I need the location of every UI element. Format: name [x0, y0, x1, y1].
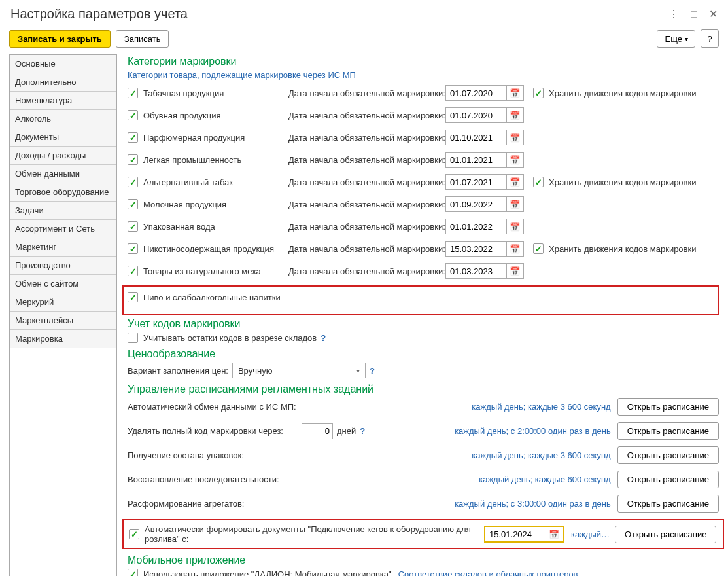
- save-button[interactable]: Записать: [116, 30, 169, 48]
- calendar-icon[interactable]: 📅: [506, 108, 522, 122]
- mobile-app-checkbox[interactable]: [128, 569, 138, 576]
- codes-warehouse-checkbox[interactable]: [128, 333, 138, 343]
- store-checkbox[interactable]: [533, 243, 544, 254]
- date-input[interactable]: [446, 108, 506, 122]
- sidebar-item[interactable]: Задачи: [10, 202, 116, 220]
- beer-checkbox[interactable]: [128, 292, 138, 302]
- date-input[interactable]: [446, 242, 506, 256]
- category-checkbox[interactable]: [128, 243, 138, 254]
- date-input-wrap[interactable]: 📅: [445, 85, 524, 101]
- date-input-wrap[interactable]: 📅: [445, 263, 524, 279]
- open-schedule-button[interactable]: Открыть расписание: [615, 526, 716, 543]
- sidebar-item[interactable]: Торговое оборудование: [10, 183, 116, 202]
- date-input[interactable]: [446, 86, 506, 100]
- store-checkbox[interactable]: [533, 88, 544, 98]
- sched-link[interactable]: каждый день; каждые 3 600 секунд: [472, 402, 610, 412]
- sidebar-item[interactable]: Обмен с сайтом: [10, 275, 116, 293]
- calendar-icon[interactable]: 📅: [506, 219, 522, 234]
- help-icon[interactable]: ?: [360, 426, 365, 436]
- date-input[interactable]: [446, 264, 506, 278]
- beer-highlight: Пиво и слабоалкогольные напитки: [122, 285, 719, 315]
- calendar-icon[interactable]: 📅: [506, 242, 522, 256]
- date-input-wrap[interactable]: 📅: [445, 174, 524, 190]
- sidebar-item[interactable]: Меркурий: [10, 293, 116, 312]
- maximize-icon[interactable]: □: [691, 9, 697, 20]
- category-name: Легкая промышленность: [143, 155, 288, 165]
- sched-link[interactable]: каждый день; каждые 3 600 секунд: [472, 450, 610, 460]
- categories-subtitle-link[interactable]: Категории товара, подлежащие маркировке …: [128, 70, 719, 80]
- sidebar-item[interactable]: Основные: [10, 55, 116, 73]
- sidebar-item[interactable]: Маркетплейсы: [10, 312, 116, 330]
- sched-label: Получение состава упаковок:: [128, 450, 311, 460]
- date-input[interactable]: [446, 197, 506, 211]
- mobile-printers-link[interactable]: Соответствие складов и облачных принтеро…: [398, 569, 578, 577]
- pricing-select[interactable]: Вручную ▾: [232, 363, 366, 378]
- date-input-wrap[interactable]: 📅: [445, 196, 524, 212]
- sched-link[interactable]: каждый день; с 2:00:00 один раз в день: [455, 426, 611, 436]
- sched-link[interactable]: каждый день; каждые 600 секунд: [479, 475, 611, 484]
- date-input-wrap[interactable]: 📅: [445, 130, 524, 145]
- open-schedule-button[interactable]: Открыть расписание: [617, 446, 719, 464]
- store-checkbox[interactable]: [533, 177, 544, 187]
- save-close-button[interactable]: Записать и закрыть: [9, 30, 111, 48]
- close-icon[interactable]: ✕: [709, 8, 718, 20]
- category-checkbox[interactable]: [128, 199, 138, 209]
- sidebar-item[interactable]: Дополнительно: [10, 73, 116, 92]
- date-input[interactable]: [446, 130, 506, 145]
- calendar-icon[interactable]: 📅: [506, 264, 522, 278]
- sidebar-item[interactable]: Маркетинг: [10, 238, 116, 257]
- more-button[interactable]: Еще▾: [657, 30, 695, 48]
- sidebar-item[interactable]: Маркировка: [10, 330, 116, 348]
- sidebar-item[interactable]: Алкоголь: [10, 110, 116, 128]
- pricing-title: Ценообразование: [128, 348, 719, 360]
- date-input-wrap[interactable]: 📅: [445, 152, 524, 168]
- category-checkbox[interactable]: [128, 110, 138, 120]
- sidebar-item[interactable]: Документы: [10, 128, 116, 147]
- open-schedule-button[interactable]: Открыть расписание: [617, 422, 719, 440]
- categories-title: Категории маркировки: [128, 56, 719, 67]
- date-input[interactable]: [485, 527, 546, 541]
- category-name: Упакованная вода: [143, 222, 288, 232]
- category-checkbox[interactable]: [128, 221, 138, 232]
- category-checkbox[interactable]: [128, 88, 138, 98]
- calendar-icon[interactable]: 📅: [506, 197, 522, 211]
- auto-keg-checkbox[interactable]: [129, 529, 139, 539]
- date-input[interactable]: [446, 175, 506, 189]
- store-label: Хранить движения кодов маркировки: [549, 88, 696, 98]
- date-input[interactable]: [446, 219, 506, 234]
- window-title: Настройка параметров учета: [10, 7, 668, 22]
- schedules-title: Управление расписаниями регламентных зад…: [128, 384, 719, 395]
- calendar-icon[interactable]: 📅: [506, 130, 522, 145]
- open-schedule-button[interactable]: Открыть расписание: [617, 398, 719, 416]
- sched-link[interactable]: каждый…: [571, 530, 610, 539]
- chevron-down-icon: ▾: [685, 35, 688, 43]
- kebab-icon[interactable]: ⋮: [668, 8, 679, 20]
- open-schedule-button[interactable]: Открыть расписание: [617, 471, 719, 488]
- help-icon[interactable]: ?: [321, 333, 326, 343]
- calendar-icon[interactable]: 📅: [506, 153, 522, 167]
- date-start-label: Дата начала обязательной маркировки:: [288, 244, 445, 254]
- open-schedule-button[interactable]: Открыть расписание: [617, 495, 719, 513]
- date-input-wrap[interactable]: 📅: [445, 241, 524, 257]
- sidebar-item[interactable]: Номенклатура: [10, 92, 116, 110]
- auto-keg-date-input[interactable]: 📅: [485, 526, 563, 542]
- sidebar-item[interactable]: Производство: [10, 257, 116, 275]
- date-input-wrap[interactable]: 📅: [445, 219, 524, 234]
- calendar-icon[interactable]: 📅: [506, 86, 522, 100]
- calendar-icon[interactable]: 📅: [506, 175, 522, 189]
- sidebar-item[interactable]: Доходы / расходы: [10, 147, 116, 165]
- category-checkbox[interactable]: [128, 266, 138, 276]
- sidebar-item[interactable]: Ассортимент и Сеть: [10, 220, 116, 238]
- date-input[interactable]: [446, 153, 506, 167]
- sidebar-item[interactable]: Обмен данными: [10, 165, 116, 183]
- category-checkbox[interactable]: [128, 132, 138, 143]
- category-checkbox[interactable]: [128, 177, 138, 187]
- date-input-wrap[interactable]: 📅: [445, 107, 524, 123]
- category-checkbox[interactable]: [128, 154, 138, 165]
- calendar-icon[interactable]: 📅: [546, 527, 561, 541]
- days-input[interactable]: [302, 423, 333, 439]
- help-button[interactable]: ?: [701, 29, 719, 48]
- help-icon[interactable]: ?: [370, 366, 375, 376]
- sched-link[interactable]: каждый день; с 3:00:00 один раз в день: [455, 499, 611, 509]
- chevron-down-icon[interactable]: ▾: [351, 363, 365, 378]
